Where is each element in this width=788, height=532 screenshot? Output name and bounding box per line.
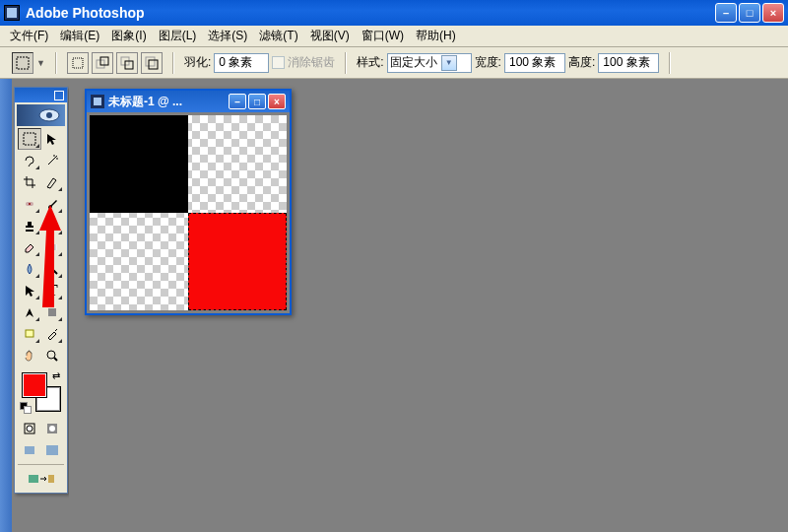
new-selection-icon[interactable]	[67, 52, 89, 74]
type-tool[interactable]: T	[41, 280, 65, 301]
hand-tool[interactable]	[18, 345, 41, 366]
ps-eye-logo	[17, 104, 65, 126]
pen-tool[interactable]	[18, 301, 41, 323]
lasso-tool[interactable]	[18, 150, 41, 171]
eyedropper-tool[interactable]	[41, 323, 65, 345]
blur-tool[interactable]	[18, 258, 41, 280]
width-input[interactable]: 100 象素	[504, 53, 565, 73]
shape-tool[interactable]	[41, 301, 65, 323]
toolbox: T ⇄	[14, 87, 68, 494]
style-value: 固定大小	[390, 54, 437, 71]
fg-color[interactable]	[22, 372, 47, 398]
menu-image[interactable]: 图象(I)	[105, 26, 152, 46]
svg-rect-7	[149, 60, 158, 69]
add-selection-icon[interactable]	[92, 52, 113, 74]
intersect-selection-icon[interactable]	[141, 52, 163, 74]
slice-tool[interactable]	[41, 171, 65, 193]
dodge-tool[interactable]	[41, 258, 65, 280]
quickmask-off[interactable]	[18, 418, 41, 439]
height-input[interactable]: 100 象素	[598, 53, 659, 73]
left-dock	[0, 79, 12, 532]
svg-rect-21	[25, 446, 34, 454]
screen-std[interactable]	[18, 439, 41, 461]
menubar: 文件(F) 编辑(E) 图象(I) 图层(L) 选择(S) 滤镜(T) 视图(V…	[0, 26, 788, 47]
gradient-tool[interactable]	[41, 236, 65, 258]
svg-rect-0	[17, 57, 29, 69]
app-titlebar: Adobe Photoshop – □ ×	[0, 0, 788, 26]
svg-point-18	[27, 426, 33, 432]
menu-help[interactable]: 帮助(H)	[410, 26, 462, 46]
menu-layer[interactable]: 图层(L)	[153, 26, 203, 46]
height-label: 高度:	[568, 54, 595, 71]
menu-edit[interactable]: 编辑(E)	[54, 26, 105, 46]
width-label: 宽度:	[475, 54, 501, 71]
document-icon	[91, 95, 104, 108]
svg-rect-14	[48, 308, 56, 316]
doc-minimize-button[interactable]: –	[229, 94, 246, 109]
app-icon	[4, 5, 20, 21]
stamp-tool[interactable]	[18, 215, 41, 236]
screen-full-menu[interactable]	[41, 439, 65, 461]
doc-maximize-button[interactable]: □	[248, 94, 266, 109]
document-titlebar[interactable]: 未标题-1 @ ... – □ ×	[87, 91, 290, 112]
move-tool[interactable]	[41, 128, 65, 150]
maximize-button[interactable]: □	[739, 3, 760, 23]
heal-tool[interactable]	[18, 193, 41, 215]
feather-label: 羽化:	[184, 54, 211, 71]
swap-colors-icon[interactable]: ⇄	[52, 370, 60, 381]
feather-input[interactable]: 0 象素	[214, 53, 269, 73]
style-label: 样式:	[357, 54, 383, 71]
crop-tool[interactable]	[18, 171, 41, 193]
quickmask-on[interactable]	[41, 418, 65, 439]
document-title: 未标题-1 @ ...	[108, 94, 182, 110]
svg-rect-22	[46, 445, 58, 455]
menu-select[interactable]: 选择(S)	[202, 26, 253, 46]
canvas[interactable]	[90, 115, 287, 310]
notes-tool[interactable]	[18, 323, 41, 345]
zoom-tool[interactable]	[41, 345, 65, 366]
jump-to-imageready[interactable]	[18, 468, 64, 490]
menu-filter[interactable]: 滤镜(T)	[253, 26, 303, 46]
selection-marquee	[188, 213, 287, 310]
close-button[interactable]: ×	[762, 3, 784, 23]
brush-tool[interactable]	[41, 193, 65, 215]
app-title: Adobe Photoshop	[26, 5, 145, 21]
chevron-down-icon: ▼	[441, 55, 457, 71]
svg-rect-15	[26, 330, 33, 337]
svg-rect-10	[24, 133, 35, 145]
antialias-label: 消除锯齿	[288, 54, 335, 71]
svg-rect-6	[146, 57, 155, 66]
marquee-tool-icon[interactable]	[12, 52, 33, 74]
svg-point-9	[46, 112, 52, 118]
history-brush-tool[interactable]	[41, 215, 65, 236]
svg-point-20	[49, 426, 55, 432]
style-select[interactable]: 固定大小 ▼	[387, 53, 472, 73]
marquee-tool[interactable]	[18, 128, 41, 150]
black-square	[90, 115, 188, 213]
svg-rect-23	[29, 475, 38, 483]
svg-rect-12	[47, 244, 57, 250]
wand-tool[interactable]	[41, 150, 65, 171]
path-sel-tool[interactable]	[18, 280, 41, 301]
menu-view[interactable]: 视图(V)	[304, 26, 356, 46]
default-colors-icon[interactable]	[20, 402, 32, 414]
svg-rect-24	[48, 475, 54, 483]
minimize-button[interactable]: –	[715, 3, 737, 23]
color-swatch[interactable]: ⇄	[20, 370, 62, 414]
sub-selection-icon[interactable]	[116, 52, 138, 74]
eraser-tool[interactable]	[18, 236, 41, 258]
document-window[interactable]: 未标题-1 @ ... – □ ×	[85, 89, 292, 315]
svg-point-16	[47, 351, 55, 359]
antialias-checkbox	[272, 56, 285, 69]
doc-close-button[interactable]: ×	[268, 94, 286, 109]
svg-rect-1	[73, 58, 83, 68]
menu-window[interactable]: 窗口(W)	[356, 26, 410, 46]
menu-file[interactable]: 文件(F)	[4, 26, 54, 46]
options-bar: ▼ 羽化: 0 象素 消除锯齿 样式: 固定大小 ▼ 宽度: 100 象素 高度…	[0, 47, 788, 79]
workspace: 未标题-1 @ ... – □ ×	[69, 79, 788, 532]
toolbox-header[interactable]	[15, 88, 67, 102]
